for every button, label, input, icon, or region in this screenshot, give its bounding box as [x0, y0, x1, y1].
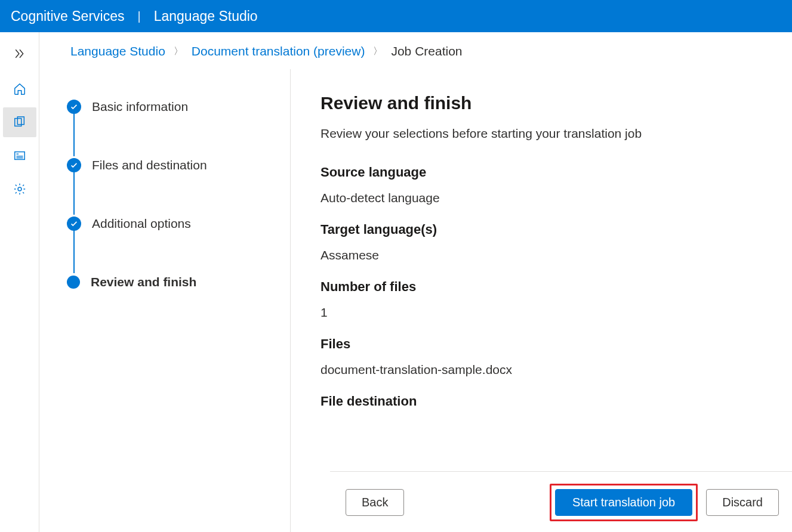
annotation-highlight: Start translation job: [550, 484, 698, 521]
top-bar: Cognitive Services | Language Studio: [0, 0, 792, 32]
field-value: Auto-detect language: [321, 191, 792, 205]
main-area: Language Studio 〉 Document translation (…: [39, 32, 792, 532]
field-file-destination: File destination: [321, 394, 792, 409]
field-value: document-translation-sample.docx: [321, 363, 792, 377]
page-subtitle: Review your selections before starting y…: [321, 126, 792, 141]
step-review-and-finish[interactable]: Review and finish: [67, 273, 290, 291]
field-number-of-files: Number of files 1: [321, 279, 792, 320]
field-label: Files: [321, 336, 792, 352]
left-nav-rail: [0, 32, 39, 532]
svg-rect-1: [17, 117, 24, 125]
checkmark-icon: [67, 216, 81, 231]
checkmark-icon: [67, 158, 81, 172]
review-panel: Review and finish Review your selections…: [290, 69, 792, 532]
chevron-double-right-icon: [14, 48, 25, 59]
step-files-and-destination[interactable]: Files and destination: [67, 156, 290, 174]
checkmark-icon: [67, 100, 81, 114]
chevron-right-icon: 〉: [373, 45, 383, 58]
rail-settings-button[interactable]: [3, 174, 36, 204]
expand-rail-button[interactable]: [3, 42, 36, 66]
field-files: Files document-translation-sample.docx: [321, 336, 792, 377]
breadcrumb-current: Job Creation: [391, 44, 462, 58]
back-button[interactable]: Back: [346, 489, 404, 516]
translate-icon: [13, 116, 26, 129]
field-target-languages: Target language(s) Assamese: [321, 222, 792, 262]
rail-home-button[interactable]: [3, 74, 36, 104]
field-label: Source language: [321, 165, 792, 180]
breadcrumb: Language Studio 〉 Document translation (…: [39, 32, 792, 69]
step-label: Basic information: [92, 100, 188, 114]
rail-translation-button[interactable]: [3, 107, 36, 137]
field-label: File destination: [321, 394, 792, 409]
page-title: Review and finish: [321, 93, 792, 113]
step-label: Review and finish: [91, 275, 196, 289]
step-label: Additional options: [92, 216, 191, 231]
discard-button[interactable]: Discard: [706, 489, 779, 516]
start-translation-job-button[interactable]: Start translation job: [555, 489, 692, 516]
brand-label: Cognitive Services: [11, 8, 124, 24]
stepper-column: Basic information Files and destination: [39, 69, 290, 532]
breadcrumb-link-language-studio[interactable]: Language Studio: [70, 44, 165, 58]
chevron-right-icon: 〉: [174, 45, 183, 58]
field-value: 1: [321, 305, 792, 320]
step-additional-options[interactable]: Additional options: [67, 215, 290, 233]
field-label: Target language(s): [321, 222, 792, 237]
breadcrumb-link-document-translation[interactable]: Document translation (preview): [192, 44, 365, 58]
svg-point-6: [18, 187, 21, 191]
field-label: Number of files: [321, 279, 792, 295]
step-label: Files and destination: [92, 158, 207, 172]
current-step-dot-icon: [67, 276, 80, 289]
topbar-divider: |: [137, 10, 140, 23]
footer-bar: Back Start translation job Discard: [330, 471, 792, 532]
field-source-language: Source language Auto-detect language: [321, 165, 792, 205]
product-label: Language Studio: [154, 8, 258, 24]
rail-form-button[interactable]: [3, 141, 36, 171]
field-value: Assamese: [321, 248, 792, 262]
gear-icon: [13, 183, 26, 196]
svg-rect-0: [14, 119, 21, 126]
step-basic-information[interactable]: Basic information: [67, 98, 290, 116]
home-icon: [13, 82, 26, 95]
svg-rect-2: [14, 152, 24, 160]
form-icon: [13, 149, 26, 162]
